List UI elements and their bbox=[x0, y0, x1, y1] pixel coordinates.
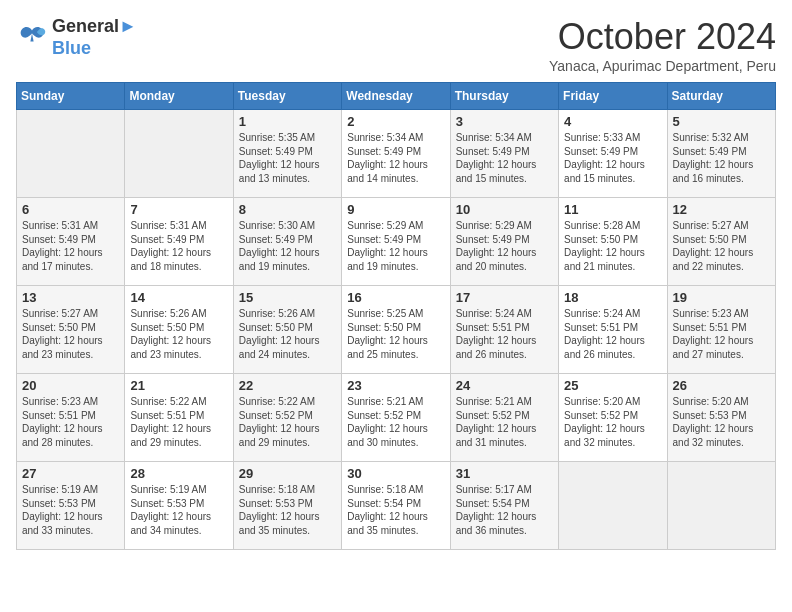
day-info: Sunrise: 5:23 AMSunset: 5:51 PMDaylight:… bbox=[673, 307, 770, 361]
day-number: 1 bbox=[239, 114, 336, 129]
calendar-day-cell: 20Sunrise: 5:23 AMSunset: 5:51 PMDayligh… bbox=[17, 374, 125, 462]
day-number: 8 bbox=[239, 202, 336, 217]
calendar-day-cell: 5Sunrise: 5:32 AMSunset: 5:49 PMDaylight… bbox=[667, 110, 775, 198]
day-info: Sunrise: 5:27 AMSunset: 5:50 PMDaylight:… bbox=[673, 219, 770, 273]
day-of-week-header: Friday bbox=[559, 83, 667, 110]
day-number: 3 bbox=[456, 114, 553, 129]
logo-icon bbox=[16, 24, 48, 52]
day-info: Sunrise: 5:31 AMSunset: 5:49 PMDaylight:… bbox=[22, 219, 119, 273]
day-info: Sunrise: 5:17 AMSunset: 5:54 PMDaylight:… bbox=[456, 483, 553, 537]
day-info: Sunrise: 5:23 AMSunset: 5:51 PMDaylight:… bbox=[22, 395, 119, 449]
day-number: 29 bbox=[239, 466, 336, 481]
calendar-header-row: SundayMondayTuesdayWednesdayThursdayFrid… bbox=[17, 83, 776, 110]
day-info: Sunrise: 5:20 AMSunset: 5:53 PMDaylight:… bbox=[673, 395, 770, 449]
day-number: 16 bbox=[347, 290, 444, 305]
calendar-week-row: 1Sunrise: 5:35 AMSunset: 5:49 PMDaylight… bbox=[17, 110, 776, 198]
day-info: Sunrise: 5:26 AMSunset: 5:50 PMDaylight:… bbox=[239, 307, 336, 361]
calendar-day-cell bbox=[17, 110, 125, 198]
calendar-day-cell: 10Sunrise: 5:29 AMSunset: 5:49 PMDayligh… bbox=[450, 198, 558, 286]
calendar-day-cell: 8Sunrise: 5:30 AMSunset: 5:49 PMDaylight… bbox=[233, 198, 341, 286]
day-info: Sunrise: 5:18 AMSunset: 5:54 PMDaylight:… bbox=[347, 483, 444, 537]
day-info: Sunrise: 5:28 AMSunset: 5:50 PMDaylight:… bbox=[564, 219, 661, 273]
calendar-day-cell: 27Sunrise: 5:19 AMSunset: 5:53 PMDayligh… bbox=[17, 462, 125, 550]
calendar-day-cell: 29Sunrise: 5:18 AMSunset: 5:53 PMDayligh… bbox=[233, 462, 341, 550]
day-info: Sunrise: 5:31 AMSunset: 5:49 PMDaylight:… bbox=[130, 219, 227, 273]
day-info: Sunrise: 5:18 AMSunset: 5:53 PMDaylight:… bbox=[239, 483, 336, 537]
calendar-day-cell: 23Sunrise: 5:21 AMSunset: 5:52 PMDayligh… bbox=[342, 374, 450, 462]
day-info: Sunrise: 5:19 AMSunset: 5:53 PMDaylight:… bbox=[130, 483, 227, 537]
day-number: 24 bbox=[456, 378, 553, 393]
calendar-day-cell: 26Sunrise: 5:20 AMSunset: 5:53 PMDayligh… bbox=[667, 374, 775, 462]
calendar-day-cell: 22Sunrise: 5:22 AMSunset: 5:52 PMDayligh… bbox=[233, 374, 341, 462]
calendar-day-cell: 15Sunrise: 5:26 AMSunset: 5:50 PMDayligh… bbox=[233, 286, 341, 374]
calendar-day-cell: 17Sunrise: 5:24 AMSunset: 5:51 PMDayligh… bbox=[450, 286, 558, 374]
day-info: Sunrise: 5:22 AMSunset: 5:51 PMDaylight:… bbox=[130, 395, 227, 449]
logo-text: General► Blue bbox=[52, 16, 137, 59]
subtitle: Yanaca, Apurimac Department, Peru bbox=[549, 58, 776, 74]
calendar-day-cell: 11Sunrise: 5:28 AMSunset: 5:50 PMDayligh… bbox=[559, 198, 667, 286]
calendar-day-cell: 9Sunrise: 5:29 AMSunset: 5:49 PMDaylight… bbox=[342, 198, 450, 286]
calendar-day-cell: 7Sunrise: 5:31 AMSunset: 5:49 PMDaylight… bbox=[125, 198, 233, 286]
day-of-week-header: Monday bbox=[125, 83, 233, 110]
calendar-day-cell: 28Sunrise: 5:19 AMSunset: 5:53 PMDayligh… bbox=[125, 462, 233, 550]
day-number: 26 bbox=[673, 378, 770, 393]
day-number: 30 bbox=[347, 466, 444, 481]
day-number: 18 bbox=[564, 290, 661, 305]
title-block: October 2024 Yanaca, Apurimac Department… bbox=[549, 16, 776, 74]
day-number: 31 bbox=[456, 466, 553, 481]
calendar-day-cell: 12Sunrise: 5:27 AMSunset: 5:50 PMDayligh… bbox=[667, 198, 775, 286]
page-header: General► Blue October 2024 Yanaca, Apuri… bbox=[16, 16, 776, 74]
calendar-day-cell: 1Sunrise: 5:35 AMSunset: 5:49 PMDaylight… bbox=[233, 110, 341, 198]
day-info: Sunrise: 5:19 AMSunset: 5:53 PMDaylight:… bbox=[22, 483, 119, 537]
day-info: Sunrise: 5:21 AMSunset: 5:52 PMDaylight:… bbox=[456, 395, 553, 449]
day-of-week-header: Tuesday bbox=[233, 83, 341, 110]
calendar-day-cell: 16Sunrise: 5:25 AMSunset: 5:50 PMDayligh… bbox=[342, 286, 450, 374]
day-info: Sunrise: 5:34 AMSunset: 5:49 PMDaylight:… bbox=[347, 131, 444, 185]
calendar-day-cell: 25Sunrise: 5:20 AMSunset: 5:52 PMDayligh… bbox=[559, 374, 667, 462]
day-number: 9 bbox=[347, 202, 444, 217]
day-number: 14 bbox=[130, 290, 227, 305]
calendar-day-cell bbox=[559, 462, 667, 550]
day-info: Sunrise: 5:35 AMSunset: 5:49 PMDaylight:… bbox=[239, 131, 336, 185]
day-info: Sunrise: 5:29 AMSunset: 5:49 PMDaylight:… bbox=[456, 219, 553, 273]
day-number: 12 bbox=[673, 202, 770, 217]
calendar-day-cell: 14Sunrise: 5:26 AMSunset: 5:50 PMDayligh… bbox=[125, 286, 233, 374]
calendar-table: SundayMondayTuesdayWednesdayThursdayFrid… bbox=[16, 82, 776, 550]
day-number: 28 bbox=[130, 466, 227, 481]
day-number: 6 bbox=[22, 202, 119, 217]
day-info: Sunrise: 5:20 AMSunset: 5:52 PMDaylight:… bbox=[564, 395, 661, 449]
day-number: 23 bbox=[347, 378, 444, 393]
day-info: Sunrise: 5:30 AMSunset: 5:49 PMDaylight:… bbox=[239, 219, 336, 273]
calendar-day-cell: 4Sunrise: 5:33 AMSunset: 5:49 PMDaylight… bbox=[559, 110, 667, 198]
calendar-day-cell bbox=[667, 462, 775, 550]
day-number: 11 bbox=[564, 202, 661, 217]
day-number: 21 bbox=[130, 378, 227, 393]
day-info: Sunrise: 5:32 AMSunset: 5:49 PMDaylight:… bbox=[673, 131, 770, 185]
calendar-day-cell: 6Sunrise: 5:31 AMSunset: 5:49 PMDaylight… bbox=[17, 198, 125, 286]
calendar-day-cell: 30Sunrise: 5:18 AMSunset: 5:54 PMDayligh… bbox=[342, 462, 450, 550]
calendar-day-cell: 19Sunrise: 5:23 AMSunset: 5:51 PMDayligh… bbox=[667, 286, 775, 374]
day-number: 13 bbox=[22, 290, 119, 305]
day-number: 17 bbox=[456, 290, 553, 305]
day-number: 27 bbox=[22, 466, 119, 481]
day-of-week-header: Saturday bbox=[667, 83, 775, 110]
day-info: Sunrise: 5:21 AMSunset: 5:52 PMDaylight:… bbox=[347, 395, 444, 449]
calendar-day-cell: 18Sunrise: 5:24 AMSunset: 5:51 PMDayligh… bbox=[559, 286, 667, 374]
calendar-week-row: 6Sunrise: 5:31 AMSunset: 5:49 PMDaylight… bbox=[17, 198, 776, 286]
day-of-week-header: Wednesday bbox=[342, 83, 450, 110]
day-info: Sunrise: 5:29 AMSunset: 5:49 PMDaylight:… bbox=[347, 219, 444, 273]
day-number: 2 bbox=[347, 114, 444, 129]
calendar-day-cell: 24Sunrise: 5:21 AMSunset: 5:52 PMDayligh… bbox=[450, 374, 558, 462]
calendar-week-row: 13Sunrise: 5:27 AMSunset: 5:50 PMDayligh… bbox=[17, 286, 776, 374]
day-number: 4 bbox=[564, 114, 661, 129]
day-number: 19 bbox=[673, 290, 770, 305]
calendar-day-cell: 31Sunrise: 5:17 AMSunset: 5:54 PMDayligh… bbox=[450, 462, 558, 550]
day-number: 10 bbox=[456, 202, 553, 217]
calendar-day-cell: 2Sunrise: 5:34 AMSunset: 5:49 PMDaylight… bbox=[342, 110, 450, 198]
logo: General► Blue bbox=[16, 16, 137, 59]
day-number: 22 bbox=[239, 378, 336, 393]
month-title: October 2024 bbox=[549, 16, 776, 58]
day-info: Sunrise: 5:24 AMSunset: 5:51 PMDaylight:… bbox=[564, 307, 661, 361]
calendar-week-row: 27Sunrise: 5:19 AMSunset: 5:53 PMDayligh… bbox=[17, 462, 776, 550]
day-number: 20 bbox=[22, 378, 119, 393]
